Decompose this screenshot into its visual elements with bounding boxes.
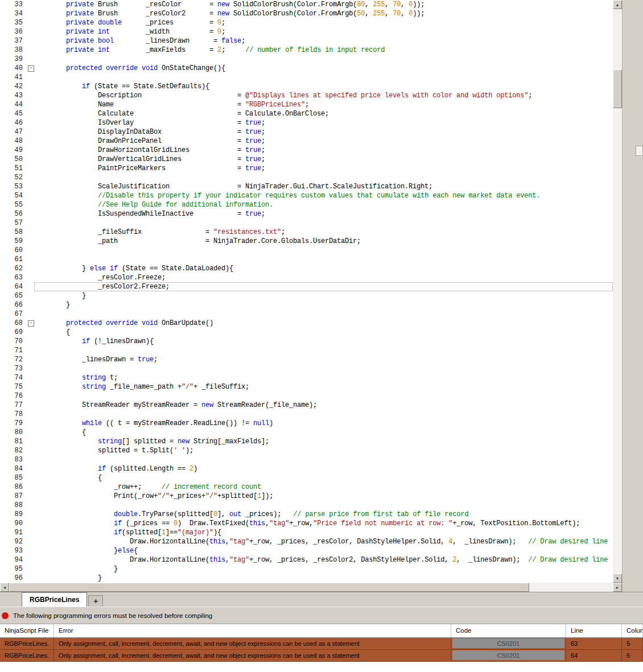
code-line[interactable]: } (34, 291, 613, 300)
code-line[interactable]: _row++; // increment record count (34, 483, 613, 492)
code-line[interactable]: string[] splitted = new String[_maxField… (34, 437, 613, 446)
code-line[interactable]: _path = NinjaTrader.Core.Globals.UserDat… (34, 237, 613, 246)
code-line[interactable] (34, 501, 613, 510)
code-line[interactable]: { (34, 328, 613, 337)
fold-collapse-icon[interactable]: - (28, 320, 34, 327)
scroll-up-button[interactable]: ▲ (613, 0, 622, 9)
code-line[interactable]: Name = "RGBPriceLines"; (34, 100, 613, 109)
code-line[interactable]: } (34, 564, 613, 574)
horizontal-scrollbar[interactable]: ◄ ► (0, 583, 622, 592)
vertical-scroll-track-lower[interactable] (613, 108, 622, 574)
scroll-left-button[interactable]: ◄ (0, 583, 9, 592)
vertical-scrollbar[interactable]: ▲ ▼ (613, 0, 622, 583)
code-line[interactable]: } else if (State == State.DataLoaded){ (34, 264, 613, 273)
error-row[interactable]: RGBPriceLines.Only assignment, call, inc… (0, 638, 643, 650)
code-line[interactable]: //Disable this property if your indicato… (34, 191, 613, 200)
code-line[interactable]: DisplayInDataBox = true; (34, 127, 613, 137)
gutter-row: 40- (0, 64, 34, 73)
code-line[interactable]: private bool _linesDrawn = false; (34, 36, 613, 46)
gutter-row: 69 (0, 328, 34, 337)
tab-rgbpricelines[interactable]: RGBPriceLines (22, 592, 87, 607)
code-line[interactable]: string t; (34, 373, 613, 382)
code-line[interactable]: _fileSuffix = "resistances.txt"; (34, 228, 613, 237)
scroll-right-button[interactable]: ► (613, 583, 622, 592)
code-line[interactable] (34, 346, 613, 355)
col-header-code[interactable]: Code (451, 624, 566, 637)
code-line[interactable]: IsOverlay = true; (34, 118, 613, 127)
code-line[interactable]: if (splitted.Length == 2) (34, 464, 613, 473)
code-line[interactable]: { (34, 473, 613, 483)
code-line[interactable] (34, 173, 613, 182)
gutter-row: 81 (0, 437, 34, 446)
code-line[interactable]: protected override void OnStateChange(){ (34, 64, 613, 73)
code-line[interactable]: ScaleJustification = NinjaTrader.Gui.Cha… (34, 182, 613, 191)
code-line[interactable]: Print(_row+"/"+_prices+"/"+splitted[1]); (34, 492, 613, 501)
code-line[interactable]: double.TryParse(splitted[0], out _prices… (34, 510, 613, 519)
code-editor[interactable]: 3334353637383940-41424344454647484950515… (0, 0, 613, 583)
code-line[interactable]: { (34, 428, 613, 437)
code-line[interactable]: private double _prices = 0; (34, 18, 613, 27)
code-line[interactable]: DrawVerticalGridLines = true; (34, 155, 613, 164)
col-header-file[interactable]: NinjaScript File (0, 624, 54, 637)
line-number: 68 (0, 319, 25, 328)
code-line[interactable]: }else{ (34, 546, 613, 555)
line-number: 93 (0, 546, 25, 555)
code-line[interactable] (34, 310, 613, 319)
code-line[interactable]: } (34, 574, 613, 583)
code-line[interactable]: DrawOnPricePanel = true; (34, 137, 613, 146)
code-line[interactable] (34, 410, 613, 419)
new-tab-button[interactable]: + (88, 595, 103, 607)
code-line[interactable]: if (_prices == 0) Draw.TextFixed(this,"t… (34, 519, 613, 528)
code-line[interactable]: } (34, 300, 613, 310)
code-line[interactable]: while (( t = myStreamReader.ReadLine()) … (34, 419, 613, 428)
error-row[interactable]: RGBPriceLines.Only assignment, call, inc… (0, 650, 643, 662)
code-line[interactable]: PaintPriceMarkers = true; (34, 164, 613, 173)
line-number: 85 (0, 473, 25, 483)
col-header-line[interactable]: Line (566, 624, 622, 637)
col-header-error[interactable]: Error (54, 624, 451, 637)
code-line[interactable]: if (State == State.SetDefaults){ (34, 82, 613, 91)
code-line[interactable] (34, 255, 613, 264)
line-number: 54 (0, 191, 25, 200)
code-line[interactable]: StreamReader myStreamReader = new Stream… (34, 401, 613, 410)
code-line[interactable]: if (!_linesDrawn){ (34, 337, 613, 346)
code-line[interactable]: //See Help Guide for additional informat… (34, 200, 613, 209)
code-line[interactable]: Draw.HorizontalLine(this,"tag"+_row, _pr… (34, 537, 613, 546)
panel-grip[interactable] (636, 146, 643, 156)
code-line[interactable] (34, 391, 613, 401)
scroll-down-button[interactable]: ▼ (613, 574, 622, 583)
code-line-current[interactable]: _resColor2.Freeze; (34, 282, 613, 291)
vertical-scroll-thumb[interactable] (613, 69, 622, 108)
code-line[interactable] (34, 73, 613, 82)
code-line[interactable] (34, 364, 613, 373)
error-row-message: Only assignment, call, increment, decrem… (54, 650, 451, 662)
code-line[interactable]: DrawHorizontalGridLines = true; (34, 146, 613, 155)
code-line[interactable]: private Brush _resColor = new SolidColor… (34, 0, 613, 9)
code-line[interactable]: private int _maxFields = 2; // number of… (34, 46, 613, 55)
code-line[interactable]: Draw.HorizontalLine(this,"tag"+_row, _pr… (34, 555, 613, 564)
col-header-column[interactable]: Column (622, 624, 643, 637)
fold-collapse-icon[interactable]: - (28, 65, 34, 72)
line-number: 87 (0, 492, 25, 501)
code-line[interactable] (34, 218, 613, 228)
code-line[interactable]: Description = @"Displays lines at specif… (34, 91, 613, 100)
horizontal-scroll-track[interactable] (529, 583, 613, 592)
code-line[interactable]: splitted = t.Split(' '); (34, 446, 613, 455)
code-line[interactable]: IsSuspendedWhileInactive = true; (34, 209, 613, 218)
line-number: 81 (0, 437, 25, 446)
code-line[interactable]: protected override void OnBarUpdate() (34, 319, 613, 328)
code-line[interactable]: string _file_name=_path +"/"+ _fileSuffi… (34, 382, 613, 391)
vertical-scroll-track[interactable] (613, 9, 622, 69)
code-line[interactable] (34, 55, 613, 64)
code-line[interactable]: _resColor.Freeze; (34, 273, 613, 282)
code-line[interactable] (34, 455, 613, 464)
code-line[interactable]: private int _width = 0; (34, 27, 613, 36)
horizontal-scroll-thumb[interactable] (9, 583, 529, 592)
gutter-row: 96 (0, 574, 34, 583)
code-lines[interactable]: private Brush _resColor = new SolidColor… (34, 0, 613, 583)
code-line[interactable]: Calculate = Calculate.OnBarClose; (34, 109, 613, 118)
code-line[interactable]: _linesDrawn = true; (34, 355, 613, 364)
code-line[interactable]: private Brush _resColor2 = new SolidColo… (34, 9, 613, 18)
code-line[interactable] (34, 246, 613, 255)
code-line[interactable]: if(splitted[1]=="(major)"){ (34, 528, 613, 537)
